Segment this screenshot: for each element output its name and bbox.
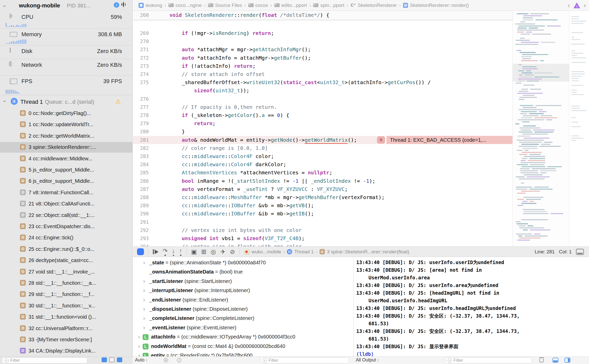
view-debugger-icon[interactable]: ▣ — [191, 249, 197, 255]
line-number[interactable]: 285 — [133, 168, 149, 177]
stack-frame[interactable]: ⚙2 cc::Node::getWorldMatrix... — [0, 131, 133, 141]
jumpbar-item[interactable]: Source Files — [208, 3, 242, 8]
line-number[interactable]: 276 — [133, 95, 149, 103]
stack-frame[interactable]: ⚙30 std::__1::__function::__v... — [0, 301, 133, 311]
minimap[interactable] — [512, 11, 569, 246]
line-number[interactable]: 281 — [133, 136, 149, 144]
gauge-network[interactable]: Network Zero KB/s — [0, 59, 133, 75]
stack-frame[interactable]: ⚙3 spine::SkeletonRenderer::... — [0, 142, 133, 153]
crumb-frame[interactable]: 3 spine::SkeletonR...erer::render(float) — [327, 249, 409, 255]
environment-overrides-icon[interactable]: ◎ — [211, 249, 216, 255]
jumpbar-item[interactable]: edito...pport — [274, 3, 307, 8]
jumpbar-item[interactable]: spin...pport — [313, 3, 344, 8]
stack-frame[interactable]: ⚙34 CA::Display::DisplayLink... — [0, 346, 133, 356]
line-number[interactable]: 269 — [133, 29, 149, 37]
code-line[interactable]: 278 if (_skeleton->getColor().a == 0) { — [133, 111, 512, 119]
debug-console[interactable]: 13:43:40 [DEBUG]: D/ JS: userInfo.userID… — [354, 257, 589, 356]
process-header[interactable]: › wukong-mobile PID 381... i — [0, 0, 133, 11]
continue-button[interactable] — [153, 249, 158, 254]
line-number[interactable]: 273 — [133, 62, 149, 70]
stack-frame[interactable]: ⚙7 v8::internal::FunctionCall... — [0, 187, 133, 198]
code-line[interactable]: sizeof(uint32_t)); — [133, 86, 512, 95]
filter-view-button[interactable] — [117, 357, 122, 362]
variable-row[interactable]: ›_endListener (spine::EndListener) — [133, 296, 354, 305]
stack-frame[interactable]: ⚙24 cc::Engine::tick() — [0, 232, 133, 243]
expand-chevron-icon[interactable]: › — [143, 315, 145, 322]
thread-row[interactable]: › Thread 1 Queue: c...d (serial) ⚠ — [0, 96, 133, 108]
expand-chevron-icon[interactable]: › — [143, 306, 145, 313]
stack-frame[interactable]: ⚙5 js_editor_support_Middle... — [0, 165, 133, 175]
variable-row[interactable]: ›_completeListener (spine::CompleteListe… — [133, 314, 354, 323]
stack-frame[interactable]: ⚙21 v8::Object::CallAsFuncti... — [0, 199, 133, 209]
line-number[interactable]: 279 — [133, 119, 149, 127]
lldb-prompt[interactable]: (lldb) — [356, 350, 374, 356]
pause-icon[interactable] — [123, 2, 124, 7]
stack-frame[interactable]: ⚙0 cc::Node::getDirtyFlag()... — [0, 108, 133, 119]
line-number[interactable]: 274 — [133, 70, 149, 78]
expand-chevron-icon[interactable]: › — [138, 334, 140, 340]
variable-row[interactable]: ›_state = (spine::AnimationState *) 0x60… — [133, 258, 354, 268]
code-line[interactable]: 275 _sharedBufferOffset->writeUint32(sta… — [133, 78, 512, 86]
line-number[interactable]: 283 — [133, 152, 149, 160]
line-number[interactable]: 287 — [133, 185, 149, 193]
info-icon[interactable]: i — [114, 2, 119, 8]
code-line[interactable]: 291 — [133, 218, 512, 226]
gauge-cpu[interactable]: CPU 59% — [0, 11, 133, 29]
info-icon[interactable]: i — [177, 358, 181, 362]
chevron-down-icon[interactable]: › — [1, 100, 8, 102]
variable-row[interactable]: ›Lentity = (cc::RenderEntity *) 0x7fa5b7… — [133, 351, 354, 356]
code-line[interactable]: 286 bool inRange = !(_startSlotIndex != … — [133, 177, 512, 185]
stack-frame[interactable]: ⚙22 se::Object::call(std::__1:... — [0, 210, 133, 221]
variable-row[interactable]: ›LattachInfo = (cc::middleware::IOTypedA… — [133, 333, 354, 342]
stack-frame[interactable]: ⚙32 cc::UniversalPlatform::r... — [0, 323, 133, 334]
jumpbar-item[interactable]: C⁺SkeletonRenderer — [351, 3, 397, 8]
stack-frame[interactable]: ⚙4 cc::middleware::Middlew... — [0, 153, 133, 164]
step-over-button[interactable]: ↷ — [163, 248, 168, 256]
line-number[interactable]: 278 — [133, 111, 149, 119]
line-number[interactable]: 275 — [133, 78, 149, 86]
code-line[interactable]: 272 auto *attachInfo = attachMgr->getBuf… — [133, 54, 512, 62]
variable-row[interactable]: ›_interruptListener (spine::InterruptLis… — [133, 286, 354, 295]
thread-icon[interactable] — [287, 249, 292, 254]
code-line[interactable]: 292 // vertex size int bytes with one co… — [133, 226, 512, 234]
runtime-issue-icon[interactable]: ! — [573, 3, 580, 8]
code-line[interactable]: 290 cc::middleware::IOBuffer &ib = mb->g… — [133, 210, 512, 218]
crumb-process[interactable]: wuko...mobile — [252, 249, 281, 255]
deactivate-breakpoints-icon[interactable]: ⊘ — [230, 249, 235, 255]
jumpbar-item[interactable]: wukong — [139, 3, 162, 8]
code-line[interactable]: 289 cc::middleware::IOBuffer &vb = mb->g… — [133, 201, 512, 210]
line-number[interactable]: 271 — [133, 45, 149, 54]
memory-graph-icon[interactable]: ⊞ — [201, 249, 206, 255]
line-number[interactable]: 286 — [133, 177, 149, 185]
variable-row[interactable]: ›_eventListener (spine::EventListener) — [133, 323, 354, 333]
line-number[interactable]: 290 — [133, 210, 149, 218]
stack-frame[interactable]: ⚙31 std::__1::function<void ()... — [0, 312, 133, 322]
forward-arrow-icon[interactable]: › — [584, 2, 586, 9]
code-line[interactable]: 285 AttachmentVertices *attachmentVertic… — [133, 168, 512, 177]
stack-frame[interactable]: ⚙6 js_editor_support_Middle... — [0, 176, 133, 187]
code-line[interactable]: 276 — [133, 95, 512, 103]
line-number[interactable]: 282 — [133, 144, 149, 152]
expand-chevron-icon[interactable]: › — [143, 324, 145, 331]
line-number[interactable]: 294 — [133, 242, 149, 246]
trash-icon[interactable] — [539, 359, 544, 362]
app-icon[interactable] — [244, 249, 250, 255]
code-line[interactable]: 283 cc::middleware::Color4F color; — [133, 152, 512, 160]
expand-chevron-icon[interactable]: › — [143, 259, 145, 266]
expand-chevron-icon[interactable]: › — [143, 287, 145, 294]
code-line[interactable]: 294 // vertex size in floats with one co… — [133, 242, 512, 246]
code-line[interactable]: 282 // color range is [0.0, 1.0] — [133, 144, 512, 152]
output-selector[interactable]: All Output ↕ — [356, 357, 379, 363]
code-line[interactable]: 280 } — [133, 127, 512, 136]
code-line[interactable]: 273 if (!attachInfo) return; — [133, 62, 512, 70]
line-number[interactable]: 272 — [133, 54, 149, 62]
code-line[interactable]: 270 — [133, 37, 512, 45]
code-line[interactable]: 284 cc::middleware::Color4F darkColor; — [133, 160, 512, 168]
filter-crashed-button[interactable] — [102, 357, 107, 362]
jumpbar-item[interactable]: cocos — [248, 3, 268, 8]
console-filter-input[interactable]: ≡ Filter — [445, 357, 532, 363]
stack-frame[interactable]: ⚙28 std::__1::__function::__a... — [0, 278, 133, 289]
variable-row[interactable]: _ownsAnimationStateData = (bool) true — [133, 268, 354, 277]
variable-row[interactable]: ›LnodeWorldMat = (const cc::Mat4 &) 0x00… — [133, 342, 354, 351]
stack-frame[interactable]: ⚙25 cc::Engine::run()::$_0::o... — [0, 244, 133, 255]
